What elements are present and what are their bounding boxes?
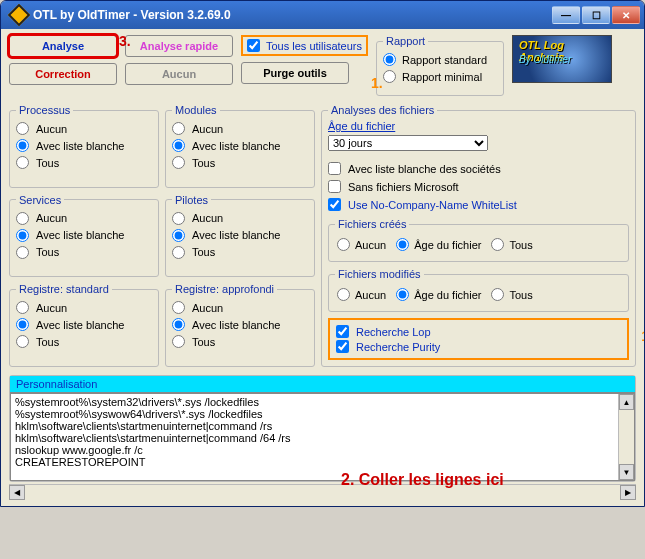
purge-outils-button[interactable]: Purge outils [241,62,349,84]
recherche-box: Recherche Lop Recherche Purity 1. [328,318,629,360]
age-fichier-select[interactable]: 30 jours [328,135,488,151]
tous-utilisateurs-checkbox[interactable] [247,39,260,52]
app-window: OTL by OldTimer - Version 3.2.69.0 — ☐ ✕… [0,0,645,507]
fichiers-crees-group: Fichiers créés Aucun Âge du fichier Tous [328,218,629,262]
processus-tous-radio[interactable] [16,156,29,169]
rapport-minimal-radio[interactable] [383,70,396,83]
processus-group: Processus Aucun Avec liste blanche Tous [9,104,159,188]
close-button[interactable]: ✕ [612,6,640,24]
maximize-button[interactable]: ☐ [582,6,610,24]
analyse-rapide-button[interactable]: Analyse rapide [125,35,233,57]
vertical-scrollbar[interactable]: ▲ ▼ [618,394,634,480]
modules-liste-radio[interactable] [172,139,185,152]
fc-age-radio[interactable] [396,238,409,251]
client-area: Analyse Correction Analyse rapide Aucun … [1,29,644,500]
fm-age-radio[interactable] [396,288,409,301]
tous-utilisateurs-box[interactable]: Tous les utilisateurs [241,35,368,56]
regstd-tous-radio[interactable] [16,335,29,348]
registre-standard-group: Registre: standard Aucun Avec liste blan… [9,283,159,367]
rapport-standard-radio[interactable] [383,53,396,66]
processus-liste-radio[interactable] [16,139,29,152]
regapp-tous-radio[interactable] [172,335,185,348]
window-title: OTL by OldTimer - Version 3.2.69.0 [33,8,552,22]
fm-tous-radio[interactable] [491,288,504,301]
personnalisation-group: Personnalisation %systemroot%\system32\d… [9,375,636,482]
regapp-aucun-radio[interactable] [172,301,185,314]
rapport-group: Rapport Rapport standard Rapport minimal [376,35,504,96]
scroll-left-icon[interactable]: ◀ [9,485,25,500]
scroll-up-icon[interactable]: ▲ [619,394,634,410]
regstd-aucun-radio[interactable] [16,301,29,314]
processus-aucun-radio[interactable] [16,122,29,135]
services-group: Services Aucun Avec liste blanche Tous [9,194,159,278]
tous-utilisateurs-label: Tous les utilisateurs [266,40,362,52]
services-aucun-radio[interactable] [16,212,29,225]
logo-image: OTL Log Analysis By Oldtimer [512,35,612,83]
horizontal-scrollbar[interactable]: ◀ ▶ [9,484,636,500]
pilotes-liste-radio[interactable] [172,229,185,242]
correction-button[interactable]: Correction [9,63,117,85]
fc-tous-radio[interactable] [491,238,504,251]
services-tous-radio[interactable] [16,246,29,259]
societe-checkbox[interactable] [328,162,341,175]
scroll-down-icon[interactable]: ▼ [619,464,634,480]
pilotes-group: Pilotes Aucun Avec liste blanche Tous [165,194,315,278]
pilotes-tous-radio[interactable] [172,246,185,259]
annotation-3: 3. [119,33,131,49]
app-icon [8,4,31,27]
personnalisation-textarea[interactable]: %systemroot%\system32\drivers\*.sys /loc… [11,394,609,478]
registre-approfondi-group: Registre: approfondi Aucun Avec liste bl… [165,283,315,367]
services-liste-radio[interactable] [16,229,29,242]
age-fichier-link[interactable]: Âge du fichier [328,120,629,132]
annotation-1a: 1. [371,75,383,91]
aucun-button[interactable]: Aucun [125,63,233,85]
modules-aucun-radio[interactable] [172,122,185,135]
regapp-liste-radio[interactable] [172,318,185,331]
microsoft-checkbox[interactable] [328,180,341,193]
recherche-purity-checkbox[interactable] [336,340,349,353]
regstd-liste-radio[interactable] [16,318,29,331]
fc-aucun-radio[interactable] [337,238,350,251]
scroll-right-icon[interactable]: ▶ [620,485,636,500]
personnalisation-legend: Personnalisation [10,376,635,393]
minimize-button[interactable]: — [552,6,580,24]
titlebar[interactable]: OTL by OldTimer - Version 3.2.69.0 — ☐ ✕ [1,1,644,29]
fm-aucun-radio[interactable] [337,288,350,301]
modules-tous-radio[interactable] [172,156,185,169]
recherche-lop-checkbox[interactable] [336,325,349,338]
fichiers-modifies-group: Fichiers modifiés Aucun Âge du fichier T… [328,268,629,312]
analyse-button[interactable]: Analyse [9,35,117,57]
annotation-1b: 1. [641,328,645,344]
rapport-legend: Rapport [383,35,428,47]
analyses-fichiers-group: Analyses des fichiers Âge du fichier 30 … [321,104,636,367]
modules-group: Modules Aucun Avec liste blanche Tous [165,104,315,188]
pilotes-aucun-radio[interactable] [172,212,185,225]
nocompany-checkbox[interactable] [328,198,341,211]
